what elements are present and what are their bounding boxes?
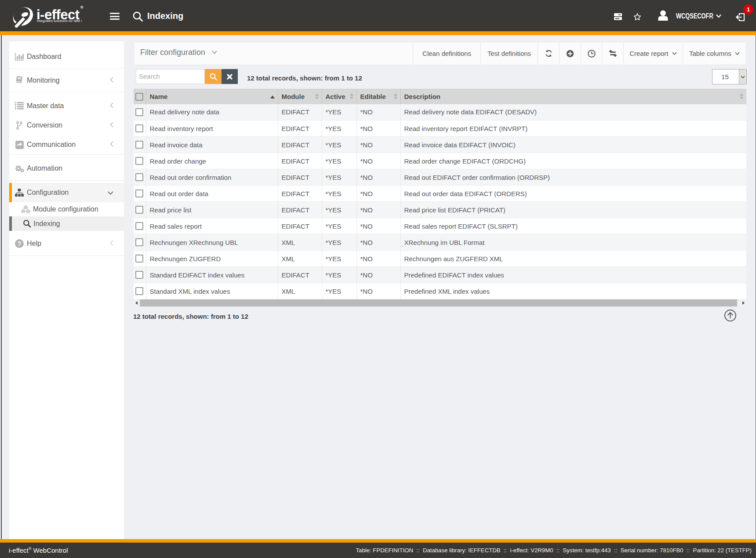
svg-text:?: ? bbox=[18, 240, 22, 247]
